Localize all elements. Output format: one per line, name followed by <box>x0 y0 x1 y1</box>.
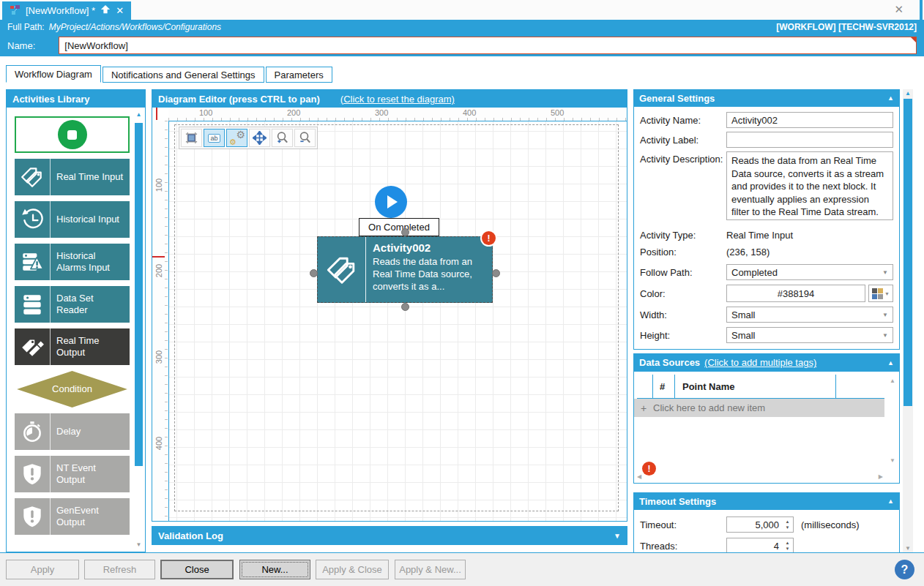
spinner-arrows-icon[interactable]: ▲▼ <box>782 540 793 552</box>
library-scrollbar[interactable]: ▲ ▼ <box>134 110 144 549</box>
scroll-right-icon[interactable]: ▶ <box>879 473 883 480</box>
threads-spinner[interactable]: 4 ▲▼ <box>726 538 794 552</box>
timeout-value: 5,000 <box>727 519 782 530</box>
library-item-real-time-output[interactable]: Real Time Output <box>15 328 130 365</box>
scroll-down-icon[interactable]: ▼ <box>890 457 895 464</box>
timeout-spinner[interactable]: 5,000 ▲▼ <box>726 516 794 533</box>
window-close-icon[interactable]: ✕ <box>894 3 903 16</box>
refresh-button[interactable]: Refresh <box>84 560 155 579</box>
tab-parameters[interactable]: Parameters <box>266 67 332 83</box>
spinner-arrows-icon[interactable]: ▲▼ <box>782 519 793 531</box>
zoom-out-tool-button[interactable] <box>294 129 316 147</box>
scroll-down-icon[interactable]: ▼ <box>134 541 144 548</box>
chevron-down-icon[interactable]: ▼ <box>614 532 621 540</box>
tab-workflow-diagram[interactable]: Workflow Diagram <box>6 65 101 83</box>
selection-frame-tool-button[interactable] <box>181 129 202 147</box>
library-item-historical-input[interactable]: Historical Input <box>15 201 130 238</box>
promote-arrow-icon[interactable] <box>100 4 111 17</box>
node-handle-left[interactable] <box>310 269 318 277</box>
tab-notifications-general-settings[interactable]: Notifications and General Settings <box>103 67 264 83</box>
scroll-down-icon[interactable]: ▼ <box>903 545 913 552</box>
text-label-tool-button[interactable]: ab <box>204 129 225 147</box>
name-label: Name: <box>7 40 35 51</box>
follow-path-value: Completed <box>731 267 778 278</box>
right-scrollbar-thumb[interactable] <box>903 99 912 406</box>
ruler-label: 100 <box>154 174 163 196</box>
library-item-nt-event-output[interactable]: NT Event Output <box>15 456 130 492</box>
start-play-node[interactable] <box>375 186 407 218</box>
diagram-canvas[interactable]: ab ⚙ ⚙ On Completed <box>168 121 627 521</box>
library-item-delay[interactable]: Delay <box>15 413 130 450</box>
apply-and-close-button[interactable]: Apply & Close <box>316 560 389 579</box>
height-label: Height: <box>640 330 726 341</box>
ruler-cursor-marker-v <box>152 256 165 258</box>
tab-close-icon[interactable]: ✕ <box>116 5 124 16</box>
color-label: Color: <box>640 288 726 299</box>
library-item-data-set-reader[interactable]: Data Set Reader <box>15 286 130 323</box>
activity-label-input[interactable] <box>726 132 893 148</box>
library-item-real-time-input[interactable]: Real Time Input <box>15 159 130 195</box>
add-new-item-label: Click here to add new item <box>653 402 765 413</box>
follow-path-label: Follow Path: <box>640 267 726 278</box>
diagram-body: 100 200 300 400 500 100 200 300 400 <box>152 108 627 521</box>
activity-description-input[interactable]: Reads the data from an Real Time Data so… <box>726 151 893 220</box>
pan-tool-button[interactable] <box>249 129 270 147</box>
zoom-in-tool-button[interactable] <box>272 129 293 147</box>
activity-name-input[interactable] <box>726 112 893 128</box>
reset-diagram-link[interactable]: (Click to reset the diagram) <box>340 94 455 105</box>
tags-pencil-icon <box>15 328 51 365</box>
data-sources-grid-header: # Point Name <box>637 375 884 399</box>
scroll-up-icon[interactable]: ▲ <box>903 90 913 97</box>
history-clock-icon <box>15 201 51 238</box>
chevron-down-icon: ▼ <box>884 291 890 296</box>
collapse-up-icon[interactable]: ▲ <box>887 497 894 505</box>
library-item-condition[interactable]: Condition <box>15 371 130 407</box>
activity-node[interactable]: Activity002 Reads the data from an Real … <box>317 236 493 303</box>
right-panel-scrollbar[interactable]: ▲ ▼ <box>903 89 913 552</box>
scroll-up-icon[interactable]: ▲ <box>890 377 895 384</box>
validation-log-bar[interactable]: Validation Log ▼ <box>152 526 627 545</box>
follow-path-select[interactable]: Completed ▼ <box>726 264 893 280</box>
width-select[interactable]: Small ▼ <box>726 307 893 323</box>
node-handle-bottom[interactable] <box>401 303 409 311</box>
library-item-start-activity[interactable] <box>15 116 130 153</box>
timeout-label: Timeout: <box>640 519 726 530</box>
context-badge: [WORKFLOW] [TECHW-SVR2012] <box>776 22 917 32</box>
column-header-point-name[interactable]: Point Name <box>675 375 836 398</box>
library-item-historical-alarms-input[interactable]: Historical Alarms Input <box>15 244 130 280</box>
dataset-rows-icon <box>15 286 51 323</box>
node-error-badge[interactable]: ! <box>482 231 496 245</box>
library-scrollbar-thumb[interactable] <box>135 123 143 466</box>
ab-label-icon: ab <box>208 134 220 143</box>
color-picker-button[interactable]: ▼ <box>868 285 893 302</box>
workflow-editor-window: [NewWorkflow] * ✕ ✕ Full Path: MyProject… <box>0 0 924 586</box>
library-item-genevent-output[interactable]: GenEvent Output <box>15 498 130 535</box>
node-handle-top[interactable] <box>401 228 409 236</box>
node-handle-right[interactable] <box>492 269 500 277</box>
document-tab-title: [NewWorkflow] * <box>26 5 95 16</box>
add-multiple-tags-link[interactable]: (Click to add multiple tags) <box>704 357 816 368</box>
ruler-label: 200 <box>154 260 163 282</box>
help-button[interactable]: ? <box>895 560 914 579</box>
ruler-cursor-marker-h <box>156 108 157 120</box>
color-input[interactable] <box>726 285 865 302</box>
settings-gears-tool-button[interactable]: ⚙ ⚙ <box>226 129 247 147</box>
timeout-settings-header: Timeout Settings ▲ <box>633 492 900 510</box>
document-tab[interactable]: [NewWorkflow] * ✕ <box>2 1 131 20</box>
connector-label[interactable]: On Completed <box>359 218 439 236</box>
scroll-up-icon[interactable]: ▲ <box>134 111 144 118</box>
collapse-up-icon[interactable]: ▲ <box>887 94 894 102</box>
apply-and-new-button[interactable]: Apply & New... <box>395 560 466 579</box>
shield-alert-icon <box>15 456 51 492</box>
scroll-left-icon[interactable]: ◀ <box>637 473 641 480</box>
add-new-item-row[interactable]: + Click here to add new item <box>634 399 884 417</box>
new-button[interactable]: New... <box>239 560 310 579</box>
height-select[interactable]: Small ▼ <box>726 327 893 343</box>
ruler-label: 300 <box>154 346 163 368</box>
apply-button[interactable]: Apply <box>6 560 79 579</box>
name-input[interactable] <box>59 37 917 54</box>
activity-name-label: Activity Name: <box>640 115 726 126</box>
collapse-up-icon[interactable]: ▲ <box>887 359 894 367</box>
close-button[interactable]: Close <box>160 560 234 579</box>
data-sources-error-badge[interactable]: ! <box>642 462 656 476</box>
